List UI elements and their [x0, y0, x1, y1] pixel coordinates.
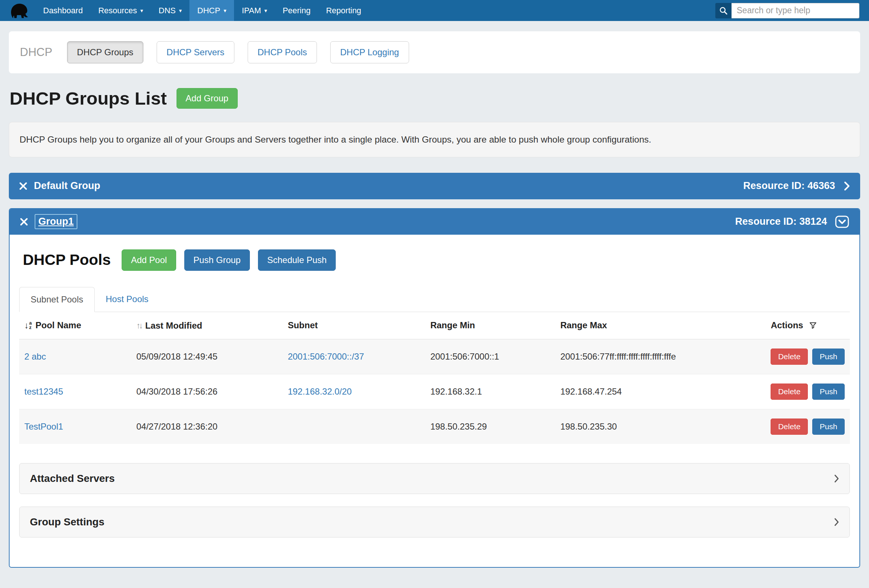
nav-dns[interactable]: DNS▾ — [151, 0, 190, 21]
schedule-push-button[interactable]: Schedule Push — [258, 249, 336, 271]
dhcp-pools-header: DHCP Pools Add Pool Push Group Schedule … — [23, 249, 850, 271]
nav-resources[interactable]: Resources▾ — [90, 0, 151, 21]
caret-down-icon: ▾ — [224, 8, 227, 13]
range-max-cell: 192.168.47.254 — [555, 374, 765, 409]
page-title: DHCP Groups List — [10, 88, 167, 109]
nav-ipam-label: IPAM — [242, 6, 261, 15]
table-header-row: ↓ az Pool Name ↑↓ Last Modified — [19, 312, 850, 339]
group-header-default-group[interactable]: Default Group Resource ID: 46363 — [9, 173, 860, 199]
collapse-chevron-down-icon[interactable] — [835, 216, 849, 228]
attached-servers-panel[interactable]: Attached Servers — [19, 463, 850, 494]
col-label: Actions — [771, 320, 803, 330]
nav-dhcp[interactable]: DHCP▾ — [190, 0, 234, 21]
subnet-link[interactable]: 192.168.32.0/20 — [288, 387, 352, 396]
page-description: DHCP Groups help you to organize all of … — [9, 122, 860, 157]
resource-id: Resource ID: 38124 — [735, 216, 827, 227]
group-settings-panel[interactable]: Group Settings — [19, 507, 850, 538]
nav-reporting[interactable]: Reporting — [319, 0, 369, 21]
add-group-button[interactable]: Add Group — [176, 88, 238, 109]
delete-pool-button[interactable]: Delete — [771, 348, 808, 365]
nav-reporting-label: Reporting — [326, 6, 361, 15]
pools-tabs: Subnet Pools Host Pools — [19, 287, 850, 312]
nav-peering[interactable]: Peering — [275, 0, 319, 21]
pool-name-link[interactable]: TestPool1 — [24, 422, 63, 431]
group-settings-label: Group Settings — [30, 516, 104, 528]
delete-pool-button[interactable]: Delete — [771, 384, 808, 400]
caret-down-icon: ▾ — [264, 8, 267, 13]
tab-dhcp-servers[interactable]: DHCP Servers — [157, 41, 234, 64]
col-range-min: Range Min — [425, 312, 555, 339]
tab-dhcp-pools[interactable]: DHCP Pools — [248, 41, 317, 64]
last-modified-cell: 05/09/2018 12:49:45 — [131, 339, 283, 374]
subnet-pools-table: ↓ az Pool Name ↑↓ Last Modified — [19, 312, 850, 444]
group-panel-group1: Group1 Resource ID: 38124 DHCP Pools Add… — [9, 208, 860, 568]
range-max-cell: 2001:506:77ff:ffff:ffff:ffff:ffff:fffe — [555, 339, 765, 374]
tab-host-pools[interactable]: Host Pools — [95, 287, 160, 312]
col-actions: Actions — [765, 312, 850, 339]
group-name: Default Group — [34, 180, 100, 192]
table-row: test12345 04/30/2018 17:56:26 192.168.32… — [19, 374, 850, 409]
caret-down-icon: ▾ — [179, 8, 182, 13]
col-last-modified: ↑↓ Last Modified — [131, 312, 283, 339]
dhcp-pools-title: DHCP Pools — [23, 251, 111, 268]
main-content: DHCP DHCP Groups DHCP Servers DHCP Pools… — [9, 31, 860, 581]
push-group-button[interactable]: Push Group — [184, 249, 250, 271]
push-pool-button[interactable]: Push — [812, 384, 845, 400]
group-bar-right: Resource ID: 38124 — [735, 216, 849, 228]
group-name-link[interactable]: Group1 — [35, 214, 77, 229]
nav-ipam[interactable]: IPAM▾ — [234, 0, 275, 21]
chevron-right-icon — [834, 474, 839, 483]
attached-servers-label: Attached Servers — [30, 473, 115, 484]
actions-cell: DeletePush — [765, 409, 850, 444]
actions-cell: DeletePush — [765, 339, 850, 374]
top-navbar: Dashboard Resources▾ DNS▾ DHCP▾ IPAM▾ Pe… — [0, 0, 869, 21]
group-header-group1[interactable]: Group1 Resource ID: 38124 — [10, 209, 859, 235]
table-row: 2 abc 05/09/2018 12:49:45 2001:506:7000:… — [19, 339, 850, 374]
chevron-right-icon — [834, 518, 839, 526]
col-label: Pool Name — [36, 320, 81, 330]
resource-id: Resource ID: 46363 — [743, 180, 835, 192]
tab-dhcp-groups[interactable]: DHCP Groups — [67, 41, 143, 64]
nav-dashboard[interactable]: Dashboard — [36, 0, 90, 21]
col-range-max: Range Max — [555, 312, 765, 339]
tab-subnet-pools[interactable]: Subnet Pools — [19, 287, 95, 312]
nav-dashboard-label: Dashboard — [43, 6, 83, 15]
last-modified-cell: 04/27/2018 12:36:20 — [131, 409, 283, 444]
remove-group-icon[interactable] — [20, 218, 28, 226]
navbar-search — [715, 0, 869, 21]
caret-down-icon: ▾ — [141, 8, 143, 13]
search-input[interactable] — [731, 3, 859, 18]
group1-panel-body: DHCP Pools Add Pool Push Group Schedule … — [10, 235, 859, 567]
filter-funnel-icon[interactable] — [809, 321, 817, 329]
search-button[interactable] — [715, 3, 731, 18]
subnav-section-label: DHCP — [20, 46, 52, 59]
mammoth-logo-icon — [10, 3, 29, 19]
pool-name-link[interactable]: test12345 — [24, 387, 63, 396]
range-min-cell: 192.168.32.1 — [425, 374, 555, 409]
range-min-cell: 198.50.235.29 — [425, 409, 555, 444]
search-icon — [719, 6, 728, 15]
last-modified-cell: 04/30/2018 17:56:26 — [131, 374, 283, 409]
tab-dhcp-logging[interactable]: DHCP Logging — [330, 41, 409, 64]
mammoth-logo[interactable] — [0, 0, 36, 21]
sort-alpha-asc-icon[interactable]: ↓ az — [24, 320, 32, 330]
remove-group-icon[interactable] — [19, 182, 27, 190]
table-row: TestPool1 04/27/2018 12:36:20 198.50.235… — [19, 409, 850, 444]
subnet-cell-empty — [283, 409, 425, 444]
nav-resources-label: Resources — [98, 6, 137, 15]
chevron-right-icon[interactable] — [844, 181, 850, 191]
group-bar-right: Resource ID: 46363 — [743, 180, 850, 192]
nav-peering-label: Peering — [283, 6, 311, 15]
dhcp-subnav: DHCP DHCP Groups DHCP Servers DHCP Pools… — [9, 31, 860, 73]
push-pool-button[interactable]: Push — [812, 419, 845, 435]
pool-name-link[interactable]: 2 abc — [24, 351, 46, 361]
add-pool-button[interactable]: Add Pool — [122, 249, 176, 271]
sort-both-icon[interactable]: ↑↓ — [136, 321, 141, 330]
push-pool-button[interactable]: Push — [812, 348, 845, 365]
col-subnet: Subnet — [283, 312, 425, 339]
nav-dhcp-label: DHCP — [197, 6, 220, 15]
nav-dns-label: DNS — [159, 6, 175, 15]
subnet-link[interactable]: 2001:506:7000::/37 — [288, 351, 364, 361]
delete-pool-button[interactable]: Delete — [771, 419, 808, 435]
col-pool-name: ↓ az Pool Name — [19, 312, 131, 339]
